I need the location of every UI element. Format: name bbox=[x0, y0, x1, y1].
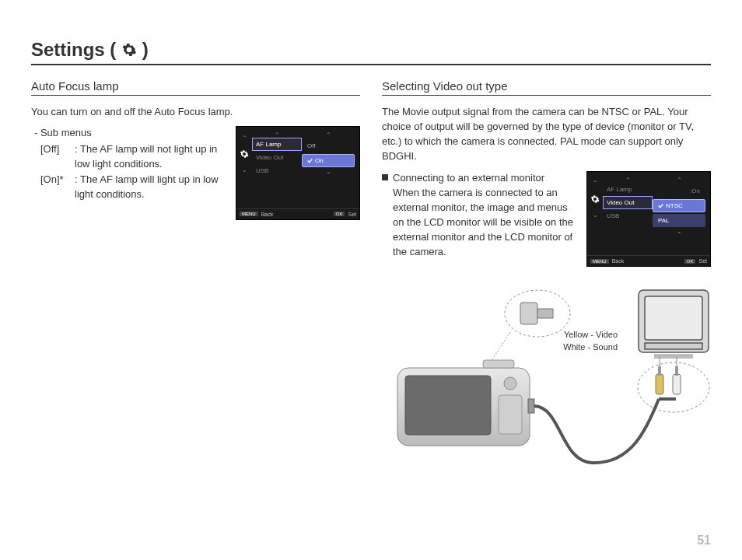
gear-icon bbox=[121, 42, 137, 58]
chevron-down-icon: ⌄ bbox=[242, 166, 247, 173]
left-column: Auto Focus lamp You can turn on and off … bbox=[31, 79, 360, 485]
svg-rect-16 bbox=[405, 376, 491, 435]
chevron-down-icon: ⌄ bbox=[653, 228, 705, 235]
lcd-footer: MENU Back OK Set bbox=[587, 255, 710, 266]
lcd-list-aflamp: AF Lamp bbox=[607, 186, 632, 193]
chevron-up-icon: ⌃ bbox=[653, 177, 705, 184]
chevron-up-icon: ⌃ bbox=[252, 131, 302, 138]
lcd-value-pal-label: PAL bbox=[658, 217, 670, 224]
lcd-value-ntsc-label: NTSC bbox=[666, 202, 683, 209]
submenu-off-key: [Off] bbox=[40, 142, 75, 172]
lcd-preview-aflamp: ⌃ ⌄ ⌃ AF Lamp Video Out USB ⌃ bbox=[236, 126, 360, 220]
chevron-up-icon: ⌃ bbox=[242, 135, 247, 142]
lcd-value-on: On bbox=[302, 154, 355, 167]
submenu-off-desc: : The AF lamp will not light up in low l… bbox=[75, 142, 228, 172]
check-icon bbox=[307, 158, 313, 163]
lcd-value-off: Off bbox=[302, 139, 355, 152]
svg-rect-6 bbox=[537, 309, 553, 318]
svg-rect-10 bbox=[658, 366, 661, 376]
lcd-list-item: Video Out bbox=[252, 151, 302, 164]
ok-button-icon: OK bbox=[334, 212, 345, 216]
connecting-title: Connecting to an external monitor bbox=[382, 171, 579, 186]
lcd-value-on-label: On bbox=[315, 157, 324, 164]
connection-illustration: Yellow - Video White - Sound bbox=[382, 282, 711, 485]
lcd-value-ntsc: NTSC bbox=[653, 199, 705, 212]
check-icon bbox=[658, 203, 663, 208]
lcd-value-pal: PAL bbox=[653, 214, 705, 227]
lcd-value-on-label: :On bbox=[653, 184, 705, 198]
lcd-list-item: AF Lamp bbox=[252, 138, 302, 151]
lcd-footer-set: Set bbox=[348, 212, 356, 217]
svg-rect-11 bbox=[673, 374, 681, 394]
chevron-up-icon: ⌃ bbox=[593, 180, 598, 187]
page-title-suffix: ) bbox=[142, 39, 149, 60]
lcd-list-item: USB bbox=[603, 209, 653, 222]
chevron-down-icon: ⌄ bbox=[302, 168, 355, 175]
lcd-preview-videoout: ⌃ ⌄ ⌃ AF Lamp Video Out USB bbox=[586, 171, 711, 267]
right-heading: Selecting Video out type bbox=[382, 79, 711, 96]
left-heading: Auto Focus lamp bbox=[31, 79, 360, 96]
illustration-labels: Yellow - Video White - Sound bbox=[563, 329, 618, 353]
left-intro: You can turn on and off the Auto Focus l… bbox=[31, 105, 360, 120]
lcd-list-item: AF Lamp bbox=[603, 183, 653, 196]
lcd-list-item: USB bbox=[252, 164, 302, 177]
menu-button-icon: MENU bbox=[240, 212, 258, 216]
page-title-prefix: Settings ( bbox=[31, 39, 121, 60]
submenu-on-desc: : The AF lamp will light up in low light… bbox=[75, 173, 228, 202]
lcd-footer-back: Back bbox=[261, 212, 274, 217]
submenu-off: [Off] : The AF lamp will not light up in… bbox=[31, 142, 228, 172]
svg-point-17 bbox=[504, 377, 516, 390]
svg-rect-5 bbox=[520, 303, 537, 324]
chevron-up-icon: ⌃ bbox=[603, 177, 653, 183]
lcd-footer-back: Back bbox=[612, 258, 625, 264]
svg-rect-19 bbox=[528, 399, 534, 413]
submenu-on: [On]* : The AF lamp will light up in low… bbox=[31, 173, 228, 202]
lcd-list-item: Video Out bbox=[603, 196, 653, 209]
submenu-on-key: [On]* bbox=[40, 173, 75, 202]
svg-rect-2 bbox=[645, 343, 702, 349]
gear-icon bbox=[590, 194, 600, 204]
svg-rect-20 bbox=[483, 360, 514, 368]
svg-rect-1 bbox=[645, 296, 702, 340]
connecting-body: When the camera is connected to an exter… bbox=[382, 186, 579, 259]
right-column: Selecting Video out type The Movie outpu… bbox=[382, 79, 711, 485]
sub-menus-label: - Sub menus bbox=[31, 126, 228, 141]
label-yellow-video: Yellow - Video bbox=[563, 329, 618, 341]
gear-icon bbox=[240, 149, 249, 159]
page-title: Settings ( ) bbox=[31, 39, 711, 65]
ok-button-icon: OK bbox=[684, 259, 696, 264]
lcd-value-off-label: Off bbox=[307, 142, 316, 149]
svg-rect-18 bbox=[499, 395, 522, 434]
svg-rect-9 bbox=[656, 374, 663, 394]
lcd-footer: MENU Back OK Set bbox=[236, 208, 359, 219]
lcd-value-on-text: :On bbox=[690, 187, 700, 194]
lcd-footer-set: Set bbox=[698, 258, 707, 264]
menu-button-icon: MENU bbox=[590, 259, 609, 264]
page-number: 51 bbox=[697, 534, 711, 548]
right-intro: The Movie output signal from the camera … bbox=[382, 105, 711, 163]
connecting-title-text: Connecting to an external monitor bbox=[393, 172, 544, 184]
chevron-up-icon: ⌃ bbox=[302, 131, 355, 138]
square-bullet-icon bbox=[382, 174, 388, 180]
chevron-down-icon: ⌄ bbox=[593, 212, 598, 219]
label-white-sound: White - Sound bbox=[563, 341, 618, 353]
svg-rect-12 bbox=[675, 366, 678, 376]
